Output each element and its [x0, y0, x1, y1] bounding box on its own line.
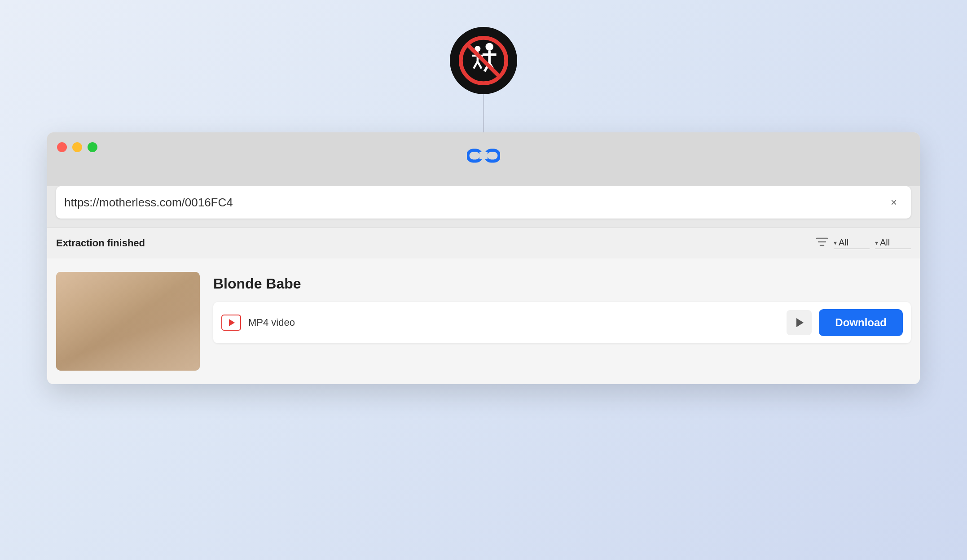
close-button[interactable]: [57, 142, 67, 152]
top-icon-area: [450, 27, 517, 144]
download-option-row: MP4 video Download: [213, 302, 911, 343]
thumbnail-image: [56, 272, 200, 371]
mp4-video-icon: [221, 315, 241, 331]
svg-point-0: [485, 43, 493, 51]
chevron-down-icon: ▾: [875, 239, 878, 246]
url-clear-button[interactable]: ×: [885, 193, 903, 211]
filter-quality-label: All: [880, 237, 890, 248]
maximize-button[interactable]: [88, 142, 97, 152]
filter-type-label: All: [839, 237, 848, 248]
play-icon: [796, 318, 804, 327]
url-input[interactable]: [64, 196, 885, 210]
svg-line-9: [478, 61, 482, 68]
svg-line-11: [468, 45, 499, 76]
close-icon: ×: [891, 196, 897, 209]
format-label: MP4 video: [248, 317, 779, 328]
svg-line-8: [474, 61, 478, 68]
content-area: Blonde Babe MP4 video Download: [47, 258, 920, 384]
filter-quality-dropdown[interactable]: ▾ All: [875, 237, 911, 249]
adult-only-icon: [450, 27, 517, 94]
media-info: Blonde Babe MP4 video Download: [213, 272, 911, 343]
extraction-status: Extraction finished: [56, 237, 810, 249]
svg-rect-12: [468, 150, 481, 161]
minimize-button[interactable]: [72, 142, 82, 152]
preview-button[interactable]: [787, 310, 812, 335]
filter-type-dropdown[interactable]: ▾ All: [834, 237, 870, 249]
svg-rect-13: [486, 150, 499, 161]
media-title: Blonde Babe: [213, 276, 911, 292]
app-logo: [467, 146, 500, 166]
url-bar: ×: [56, 186, 911, 219]
url-bar-container: ×: [47, 186, 920, 228]
extraction-bar: Extraction finished ▾ All ▾ All: [47, 228, 920, 258]
filter-icon: [816, 236, 828, 250]
media-item: Blonde Babe MP4 video Download: [56, 272, 911, 371]
traffic-lights: [57, 142, 97, 152]
svg-rect-15: [483, 152, 488, 159]
media-thumbnail: [56, 272, 200, 371]
chevron-down-icon: ▾: [834, 239, 837, 246]
browser-window: × Extraction finished ▾ All ▾ All: [47, 132, 920, 384]
play-triangle-icon: [229, 319, 235, 326]
download-button[interactable]: Download: [819, 309, 903, 336]
title-bar: [47, 132, 920, 186]
